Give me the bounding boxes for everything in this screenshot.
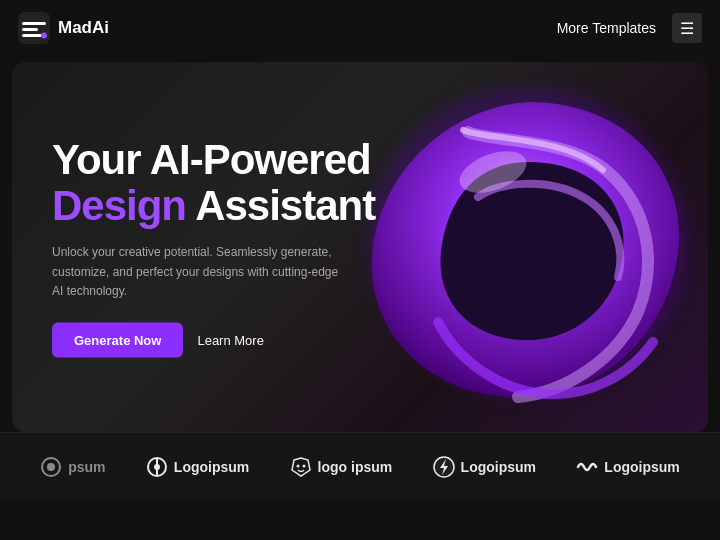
svg-rect-2 xyxy=(22,28,38,31)
logo-4-wave-icon xyxy=(576,456,598,478)
generate-now-button[interactable]: Generate Now xyxy=(52,322,183,357)
hero-buttons: Generate Now Learn More xyxy=(52,322,375,357)
logo-item-3: Logoipsum xyxy=(433,456,536,478)
svg-point-8 xyxy=(47,463,55,471)
menu-button[interactable]: ☰ xyxy=(672,13,702,43)
svg-marker-12 xyxy=(292,458,310,476)
hero-title-line2: Design Assistant xyxy=(52,183,375,229)
logo-item-1: Logoipsum xyxy=(146,456,249,478)
madai-logo-icon xyxy=(18,12,50,44)
logo-partial-text: psum xyxy=(68,459,105,475)
learn-more-button[interactable]: Learn More xyxy=(197,332,263,347)
hero-title-line1: Your AI-Powered xyxy=(52,137,375,183)
navbar: MadAi More Templates ☰ xyxy=(0,0,720,56)
hero-subtitle: Unlock your creative potential. Seamless… xyxy=(52,243,352,301)
hero-content: Your AI-Powered Design Assistant Unlock … xyxy=(52,137,375,358)
hero-section: Your AI-Powered Design Assistant Unlock … xyxy=(12,62,708,432)
logo-item-4: Logoipsum xyxy=(576,456,679,478)
logo-item-2: logo ipsum xyxy=(290,456,393,478)
logos-bar: psum Logoipsum logo ipsum Logoipsum xyxy=(0,432,720,500)
logo-4-text: Logoipsum xyxy=(604,459,679,475)
svg-rect-3 xyxy=(22,34,42,37)
hamburger-icon: ☰ xyxy=(680,19,694,38)
svg-point-4 xyxy=(41,33,47,39)
logo-1-icon xyxy=(146,456,168,478)
more-templates-button[interactable]: More Templates xyxy=(547,14,666,42)
logo-2-text: logo ipsum xyxy=(318,459,393,475)
svg-point-13 xyxy=(296,464,299,467)
logo-text: MadAi xyxy=(58,18,109,38)
logo-2-fox-icon xyxy=(290,456,312,478)
logo-partial-left: psum xyxy=(40,456,105,478)
hero-title-design: Design xyxy=(52,182,186,229)
svg-rect-1 xyxy=(22,22,46,25)
nav-right: More Templates ☰ xyxy=(547,13,702,43)
hero-title-assistant: Assistant xyxy=(186,182,375,229)
logo-partial-icon xyxy=(40,456,62,478)
logo-3-text: Logoipsum xyxy=(461,459,536,475)
logo: MadAi xyxy=(18,12,109,44)
logo-3-bolt-icon xyxy=(433,456,455,478)
svg-point-14 xyxy=(302,464,305,467)
logo-1-text: Logoipsum xyxy=(174,459,249,475)
